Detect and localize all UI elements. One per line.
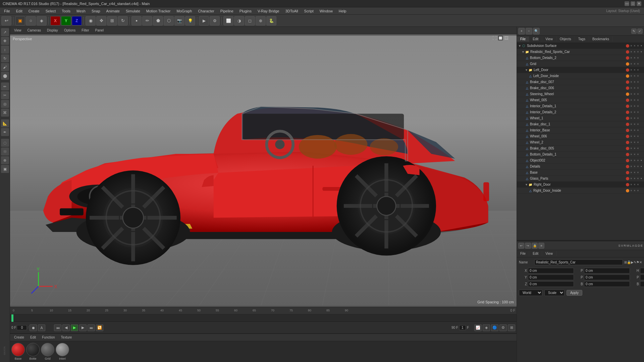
obj-search-btn[interactable]: 🔍	[533, 28, 540, 35]
render-btn[interactable]: ▶	[199, 16, 209, 25]
nurbs-btn[interactable]: ⬟	[153, 16, 163, 25]
obj-left-door-inside[interactable]: △ Left_Door_Inside ✕✕✕	[517, 73, 644, 79]
spline-btn[interactable]: ✏	[142, 16, 152, 25]
attr-tab-edit[interactable]: Edit	[529, 251, 542, 256]
attr-lock2-icon[interactable]: 🔒	[627, 260, 631, 264]
obj-wheel-005[interactable]: △ Wheel_005 ✕✕✕	[517, 97, 644, 103]
next-frame-btn[interactable]: ▶	[79, 324, 87, 331]
attr-flag-icon[interactable]: ⚑	[636, 260, 639, 264]
material-base[interactable]: Base	[11, 343, 25, 360]
minimize-btn[interactable]: —	[625, 1, 629, 6]
coord-p-input[interactable]	[640, 275, 644, 280]
rotate-btn[interactable]: ↻	[118, 16, 128, 25]
loop-btn[interactable]: 🔁	[96, 324, 103, 331]
tab-cameras[interactable]: Cameras	[25, 28, 44, 33]
play-btn[interactable]: ▶	[71, 324, 78, 331]
menu-mograph[interactable]: MoGraph	[174, 8, 195, 14]
title-bar-controls[interactable]: — □ ✕	[625, 1, 641, 6]
coord-y-input[interactable]	[528, 275, 574, 280]
weld-tool[interactable]: ◎	[1, 100, 9, 108]
coord-z-input[interactable]	[528, 281, 574, 287]
obj-new-btn[interactable]: +	[518, 28, 525, 35]
menu-create[interactable]: Create	[26, 8, 42, 14]
display-mode-icon[interactable]: 🖼	[504, 36, 508, 41]
attr-x-icon[interactable]: ✕	[639, 260, 642, 264]
obj-tab-objects[interactable]: Objects	[556, 37, 575, 42]
light-btn[interactable]: 💡	[185, 16, 195, 25]
world-dropdown[interactable]: World Object Camera	[519, 290, 542, 296]
obj-manager-toolbar[interactable]: + − 🔍 ✎ ✓	[517, 27, 644, 36]
obj-realistic-car[interactable]: ▼ 📁 Realistic_Red_Sports_Car ✕✕✕✦	[517, 49, 644, 55]
attr-tab-file[interactable]: File	[517, 251, 529, 256]
menu-window[interactable]: Window	[317, 8, 335, 14]
playhead[interactable]	[11, 314, 13, 322]
attr-tool1[interactable]: ↩	[518, 243, 524, 249]
menu-file[interactable]: File	[1, 8, 13, 14]
obj-left-door[interactable]: ▼ 📁 Left_Door ✕✕✕	[517, 67, 644, 73]
menu-3dtoall[interactable]: 3DToAll	[283, 8, 301, 14]
dope-btn[interactable]: ◈	[483, 324, 490, 331]
apply-button[interactable]: Apply	[567, 290, 582, 296]
dot-visible[interactable]	[626, 44, 629, 48]
menu-vray[interactable]: V-Ray Bridge	[255, 8, 282, 14]
mat-tab-edit[interactable]: Edit	[28, 335, 39, 340]
obj-tab-file[interactable]: File	[517, 37, 529, 42]
cube-btn[interactable]: ▪	[131, 16, 142, 25]
obj-brake-disc-006[interactable]: △ Brake_disc_006 ✕✕✕	[517, 85, 644, 91]
attr-tabs[interactable]: File Edit View	[517, 250, 644, 257]
fps-input[interactable]	[459, 325, 466, 330]
mat-tab-create[interactable]: Create	[11, 335, 27, 340]
sculpt-tool[interactable]: ⬤	[1, 72, 9, 80]
obj-wheel-006[interactable]: △ Wheel_006 ✕✕✕	[517, 133, 644, 139]
obj-tab-tags[interactable]: Tags	[575, 37, 589, 42]
motion-btn[interactable]: 🔵	[491, 324, 498, 331]
menu-pipeline[interactable]: Pipeline	[218, 8, 236, 14]
viewport-tabs[interactable]: View Cameras Display Options Filter Pane…	[10, 27, 517, 34]
maximize-btn[interactable]: □	[631, 1, 635, 6]
coord-yp-input[interactable]	[584, 275, 630, 280]
obj-manager-tabs[interactable]: File Edit View Objects Tags Bookmarks	[517, 36, 644, 43]
obj-tab-bookmarks[interactable]: Bookmarks	[589, 37, 613, 42]
python-btn[interactable]: 🐍	[266, 16, 276, 25]
menu-simulate[interactable]: Simulate	[123, 8, 143, 14]
paint-tool[interactable]: 🖌	[1, 63, 9, 71]
attr-tool2[interactable]: ↪	[525, 243, 531, 249]
curves-btn[interactable]: 📈	[474, 324, 482, 331]
tab-options[interactable]: Options	[61, 28, 78, 33]
object-mode-btn[interactable]: ○	[26, 16, 36, 25]
obj-bottom-details-1[interactable]: △ Bottom_Details_1 ✕✕✕	[517, 152, 644, 158]
menu-script[interactable]: Script	[302, 8, 316, 14]
attr-filter-icon[interactable]: ≡	[538, 243, 544, 249]
obj-subdivision-surface[interactable]: ▼ ⬡ Subdivision Surface ✕ ✕ ✕ ✦	[517, 43, 644, 49]
go-to-end-btn[interactable]: ⏭	[88, 324, 95, 331]
mat-tab-function[interactable]: Function	[39, 335, 57, 340]
obj-tab-view[interactable]: View	[542, 37, 556, 42]
coord-h-input[interactable]	[640, 268, 644, 274]
viewport-canvas[interactable]: Perspective ⛶ 🔲 🖼	[10, 34, 517, 307]
obj-base[interactable]: △ Base ✕✕✕	[517, 170, 644, 176]
obj-right-door[interactable]: ▼ 📁 Right_Door ✕✕✕	[517, 182, 644, 188]
menu-mesh[interactable]: Mesh	[74, 8, 88, 14]
render-settings-btn[interactable]: ⚙	[210, 16, 220, 25]
attr-tab-view[interactable]: View	[542, 251, 556, 256]
obj-details[interactable]: △ Details ✕✕✕✦	[517, 164, 644, 170]
attr-toolbar[interactable]: ↩ ↪ 🔒 ≡ S V R M L A G D E	[517, 241, 644, 250]
auto-key-btn[interactable]: A	[38, 324, 45, 331]
scale-tool[interactable]: ↕	[1, 46, 9, 54]
deform-btn[interactable]: ⬡	[164, 16, 174, 25]
material-interior[interactable]: Interi	[56, 343, 69, 360]
frame-input[interactable]	[17, 325, 27, 330]
obj-glass-parts[interactable]: △ Glass_Parts ✕✕✕✦	[517, 176, 644, 182]
mat-tab-texture[interactable]: Texture	[58, 335, 75, 340]
record-btn[interactable]: ⏺	[30, 324, 37, 331]
timeline-track[interactable]	[10, 314, 517, 322]
dot-r[interactable]	[626, 50, 629, 54]
obj-interior-base[interactable]: △ Interior_Base ✕✕✕	[517, 127, 644, 133]
material-bar-tabs[interactable]: Create Edit Function Texture	[10, 334, 517, 341]
attr-name-input[interactable]	[534, 259, 623, 265]
viewport-icons[interactable]: ⛶ 🔲 🖼	[492, 36, 508, 41]
timeline-settings[interactable]: ⚙	[499, 324, 507, 331]
model-mode-btn[interactable]: ▣	[15, 16, 25, 25]
menu-bar[interactable]: File Edit Create Select Tools Mesh Snap …	[0, 7, 644, 15]
obj-right-door-inside[interactable]: △ Right_Door_Inside ✕✕✕	[517, 188, 644, 194]
